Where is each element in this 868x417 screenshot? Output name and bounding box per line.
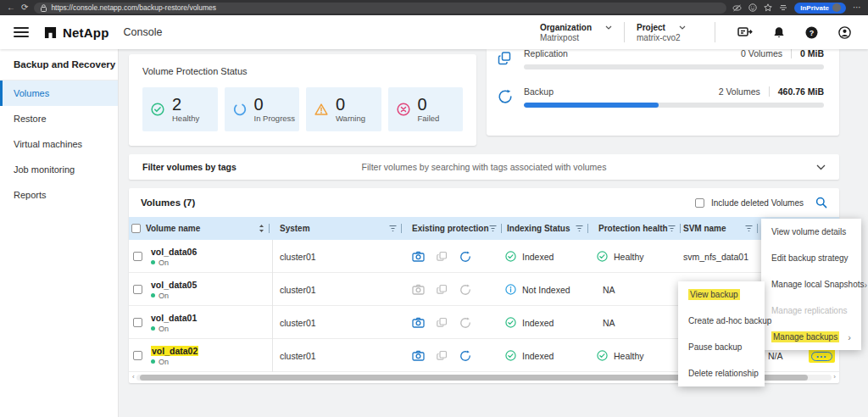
hamburger-menu-icon[interactable] [14,25,29,40]
notifications-bell-icon[interactable] [773,26,785,39]
sidebar-item-reports[interactable]: Reports [0,182,118,208]
healthy-check-icon [597,251,608,262]
chevron-right-icon: › [865,280,868,290]
menu-item-manage-backups[interactable]: Manage backups› [761,324,861,350]
volume-state: On [159,358,169,366]
select-all-checkbox[interactable] [131,224,141,233]
collections-icon[interactable] [779,3,787,12]
filter-icon[interactable] [389,225,397,232]
filter-icon[interactable] [489,225,497,232]
volume-name-highlighted[interactable]: vol_data02 [151,346,198,356]
filter-by-tags-bar[interactable]: Filter volumes by searching with tags as… [129,154,839,180]
col-volume-name[interactable]: Volume name [146,217,273,240]
col-indexing-status[interactable]: Indexing Status [500,217,592,240]
volume-name[interactable]: vol_data06 [151,247,272,257]
feedback-smiley-icon[interactable] [748,3,757,12]
scroll-left-arrow-icon[interactable]: ‹ [131,374,136,381]
brand-name: NetApp [63,25,109,40]
backup-restore-icon [459,251,471,263]
row-context-menu: View volume details Edit backup strategy… [761,219,861,350]
search-icon[interactable] [815,197,827,208]
chevron-down-icon [605,25,612,30]
browser-avatar [832,3,841,12]
row-checkbox[interactable] [133,285,142,294]
failed-count: 0 [418,96,440,113]
sidebar-item-virtual-machines[interactable]: Virtual machines [0,131,118,157]
row-checkbox[interactable] [133,252,142,261]
snapshot-camera-icon [412,350,425,361]
sidebar-item-volumes[interactable]: Volumes [0,81,118,106]
volume-state: On [159,292,169,300]
include-deleted-checkbox[interactable] [695,198,704,208]
in-progress-icon [233,103,247,116]
browser-back-icon[interactable]: ← [7,0,15,15]
sidebar-item-restore[interactable]: Restore [0,106,118,131]
sort-icon[interactable] [259,224,264,233]
url-bar[interactable]: https://console.netapp.com/backup-restor… [34,3,726,14]
backup-progress-bar [524,103,824,108]
filter-icon[interactable] [745,225,753,232]
menu-item-delete-relationship[interactable]: Delete relationship [678,360,765,386]
backup-label: Backup [524,86,554,97]
svm-name-cell: svm_nfs_data01 [676,252,761,262]
healthy-count: 2 [172,96,199,113]
project-selector[interactable]: Project matrix-cvo2 [637,23,703,42]
eye-off-icon[interactable] [732,4,742,12]
row-checkbox[interactable] [133,318,142,327]
row-checkbox[interactable] [133,351,142,360]
indexed-check-icon [505,317,516,328]
account-avatar-icon[interactable] [838,26,851,39]
favorites-star-icon[interactable] [764,3,772,12]
col-svm-name[interactable]: SVM name [676,217,761,240]
organization-selector[interactable]: Organization Matrixpost [540,23,612,42]
table-row[interactable]: vol_data06 On cluster01 Indexed Healthy … [129,240,839,273]
volume-name[interactable]: vol_data01 [151,313,272,323]
menu-item-edit-backup-strategy[interactable]: Edit backup strategy [761,245,861,271]
col-protection-health[interactable]: Protection health [592,217,676,240]
menu-item-view-volume-details[interactable]: View volume details [761,219,861,245]
replication-progress-bar [524,64,824,70]
svg-text:?: ? [810,28,815,36]
replication-copy-icon [437,284,448,295]
protection-health: NA [603,318,615,328]
stat-in-progress: 0 In Progress [225,87,300,131]
browser-refresh-icon[interactable]: ⟳ [21,0,28,15]
backup-restore-icon [459,350,471,362]
scroll-right-arrow-icon[interactable]: › [832,374,837,381]
filter-expand-chevron-icon[interactable] [816,164,826,170]
protection-health: NA [603,285,615,295]
sidebar-item-job-monitoring[interactable]: Job monitoring [0,157,118,182]
in-progress-count: 0 [254,96,296,113]
healthy-label: Healthy [172,114,199,123]
inprivate-label: InPrivate [800,4,829,12]
project-label: Project [637,23,665,32]
backup-volumes: 2 Volumes [719,86,760,97]
volume-name[interactable]: vol_data05 [151,280,272,290]
header-divider [624,22,625,42]
backup-restore-icon [459,284,471,296]
menu-item-pause-backup[interactable]: Pause backup [678,334,765,360]
protection-health: Healthy [614,252,644,262]
col-system[interactable]: System [273,217,405,240]
online-dot [151,359,155,364]
brand: NetApp Console [44,25,162,40]
system-cell: cluster01 [273,351,405,361]
menu-item-create-adhoc-backup[interactable]: Create ad-hoc backup [678,308,765,334]
row-actions-ellipsis-button[interactable]: ••• [811,352,832,361]
warning-count: 0 [336,96,365,113]
col-existing-protection[interactable]: Existing protection [405,217,500,240]
menu-item-view-backup[interactable]: View backup [678,281,765,308]
indexing-status: Not Indexed [522,285,570,295]
replication-usage-row: Replication 0 Volumes 0 MiB [487,49,839,70]
filter-icon[interactable] [576,225,583,232]
filter-icon[interactable] [668,225,676,232]
replication-copy-icon [437,350,448,361]
menu-item-manage-local-snapshots[interactable]: Manage local Snapshots› [761,271,861,297]
sidebar: Backup and Recovery Volumes Restore Virt… [0,49,119,417]
inprivate-badge[interactable]: InPrivate [794,3,846,14]
sidebar-section-title: Backup and Recovery [0,49,118,81]
browser-menu-icon[interactable]: ⋯ [853,0,861,15]
row-actions-highlight: ••• [809,348,835,363]
connector-icon[interactable] [737,26,753,38]
help-icon[interactable]: ? [805,26,818,39]
